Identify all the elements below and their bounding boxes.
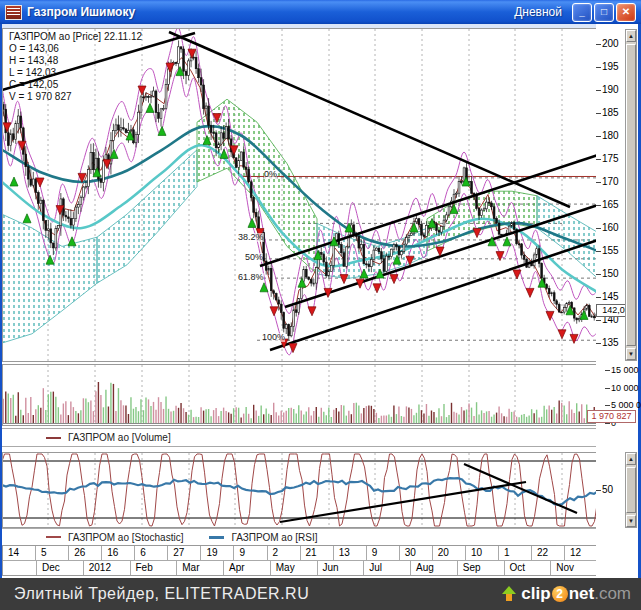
volume-chart-svg[interactable] — [2, 364, 599, 426]
date-month-cell: Jun — [318, 561, 365, 575]
volume-tickmark — [605, 370, 610, 371]
price-tick-label: 165 — [602, 199, 619, 210]
date-day-cell: 10 — [466, 546, 499, 560]
main-scrollbar[interactable]: ▲▼ — [625, 29, 637, 361]
price-tickmark — [596, 320, 601, 321]
brand-net: net — [569, 584, 595, 604]
fib-level-label: 38.2% — [238, 233, 264, 242]
date-month-cell: 2012 — [84, 561, 131, 575]
date-month-cell: Aug — [411, 561, 458, 575]
minimize-button[interactable]: _ — [572, 3, 592, 22]
price-tick-label: 145 — [602, 291, 619, 302]
date-day-cell: 5 — [36, 546, 69, 560]
current-volume-box: 1 970 827 — [587, 410, 636, 423]
app-icon — [5, 5, 22, 20]
date-day-cell: 14 — [3, 546, 36, 560]
brand-com: .com — [594, 584, 631, 604]
date-day-cell: 30 — [400, 546, 433, 560]
maximize-button[interactable]: □ — [594, 3, 614, 22]
upload-arrow-icon — [501, 586, 517, 602]
scroll-down-button[interactable]: ▼ — [626, 515, 636, 527]
price-tickmark — [596, 136, 601, 137]
chart-area: ГАЗПРОМ ао [Price] 22.11.12 O = 143,06H … — [2, 24, 638, 578]
price-tickmark — [596, 67, 601, 68]
price-tickmark — [596, 90, 601, 91]
date-month-cell: Mar — [177, 561, 224, 575]
price-tickmark — [596, 113, 601, 114]
scroll-down-button[interactable]: ▼ — [626, 348, 636, 360]
price-tickmark — [596, 182, 601, 183]
fib-level-label: 100% — [262, 333, 285, 342]
price-tick-label: 135 — [602, 337, 619, 348]
volume-line-sample — [46, 437, 61, 439]
date-day-cell: 1 — [499, 546, 532, 560]
price-tickmark — [596, 343, 601, 344]
footer-bar: Элитный Трейдер, ELITETRADER.RU clip 2 n… — [0, 578, 641, 610]
brand-clip: clip — [521, 584, 550, 604]
stochastic-line-sample — [46, 536, 61, 538]
fib-level-label: 50% — [245, 253, 263, 262]
date-day-cell: 16 — [102, 546, 135, 560]
date-day-cell: 9 — [234, 546, 267, 560]
date-month-cell: May — [271, 561, 318, 575]
main-chart-svg[interactable] — [2, 28, 599, 362]
titlebar[interactable]: Газпром Ишимоку Дневной _ □ ✕ — [0, 0, 641, 24]
date-month-cell: Nov — [551, 561, 598, 575]
price-tickmark — [596, 274, 601, 275]
rsi-legend-label: ГАЗПРОМ ао [RSI] — [231, 532, 317, 543]
date-days-row: 145261662719922113930201012212 — [3, 546, 598, 560]
volume-tick-label: 15 000 000 — [611, 365, 641, 375]
price-tick-label: 185 — [602, 107, 619, 118]
scroll-track[interactable] — [626, 42, 636, 348]
clip2net-logo: clip 2 net .com — [501, 584, 631, 604]
date-day-cell: 26 — [69, 546, 102, 560]
price-tick-label: 175 — [602, 153, 619, 164]
oscillator-scrollbar[interactable]: ▲▼ — [625, 452, 637, 528]
price-tickmark — [596, 159, 601, 160]
price-tick-label: 200 — [602, 38, 619, 49]
volume-tick-label: 10 000 000 — [611, 383, 641, 393]
scroll-up-button[interactable]: ▲ — [626, 453, 636, 465]
fib-level-label: 0% — [264, 170, 277, 179]
date-month-cell: Feb — [131, 561, 178, 575]
osc-mid-label: 50 — [602, 484, 613, 495]
date-day-cell: 21 — [301, 546, 334, 560]
osc-chart-svg[interactable] — [2, 452, 599, 528]
volume-tickmark — [605, 405, 610, 406]
date-day-cell: 13 — [334, 546, 367, 560]
timeframe-label[interactable]: Дневной — [514, 5, 562, 19]
date-month-spacer — [3, 561, 37, 575]
date-month-cell: Jul — [364, 561, 411, 575]
volume-tickmark — [605, 388, 610, 389]
scroll-up-button[interactable]: ▲ — [626, 30, 636, 42]
price-tick-label: 170 — [602, 176, 619, 187]
volume-legend: ГАЗПРОМ ао [Volume] — [2, 428, 599, 447]
scroll-track[interactable] — [626, 465, 636, 515]
rsi-line-sample — [209, 536, 224, 539]
watermark-text: Элитный Трейдер, ELITETRADER.RU — [14, 585, 501, 603]
volume-tickmark — [605, 423, 610, 424]
fib-level-label: 61.8% — [238, 273, 264, 282]
volume-tick-label: 5 000 000 — [611, 400, 641, 410]
date-day-cell: 27 — [168, 546, 201, 560]
date-day-cell: 19 — [201, 546, 234, 560]
stochastic-legend-label: ГАЗПРОМ ао [Stochastic] — [68, 532, 183, 543]
date-day-cell: 22 — [532, 546, 565, 560]
window-title: Газпром Ишимоку — [27, 5, 514, 19]
price-tickmark — [596, 228, 601, 229]
date-day-cell: 9 — [367, 546, 400, 560]
close-button[interactable]: ✕ — [616, 3, 636, 22]
date-month-cell: Dec — [37, 561, 84, 575]
scroll-thumb[interactable] — [626, 44, 636, 346]
osc-tickmark — [596, 490, 601, 491]
date-month-cell: Apr — [224, 561, 271, 575]
price-tick-label: 155 — [602, 245, 619, 256]
scroll-thumb[interactable] — [626, 467, 636, 513]
price-tick-label: 160 — [602, 222, 619, 233]
app-window: Газпром Ишимоку Дневной _ □ ✕ ГАЗПРОМ ао… — [0, 0, 641, 610]
date-months-row: Dec2012FebMarAprMayJunJulAugSepOctNov — [3, 560, 598, 575]
price-tickmark — [596, 297, 601, 298]
price-tickmark — [596, 44, 601, 45]
price-tick-label: 195 — [602, 61, 619, 72]
price-tickmark — [596, 205, 601, 206]
